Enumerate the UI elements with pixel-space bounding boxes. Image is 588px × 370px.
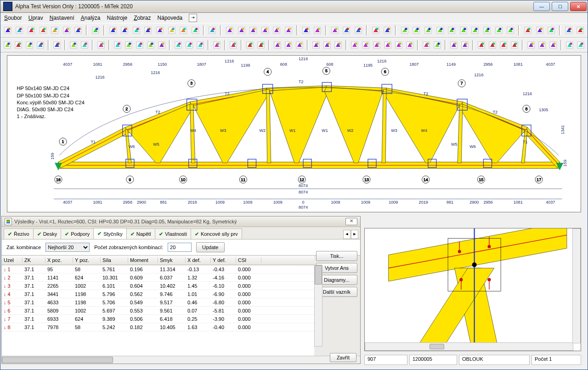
tool-w-e[interactable] xyxy=(394,40,404,51)
tool-purlin-b[interactable] xyxy=(228,40,238,51)
detail-view[interactable] xyxy=(364,228,581,351)
tool-select[interactable] xyxy=(370,25,381,36)
count-input[interactable] xyxy=(168,243,192,252)
menu-nastaveni[interactable]: Nastavení xyxy=(50,15,74,21)
tool-col-j[interactable] xyxy=(505,25,516,36)
detail-hscroll[interactable] xyxy=(365,342,573,351)
tool-rotate[interactable] xyxy=(143,25,154,36)
menu-uprav[interactable]: Uprav xyxy=(28,15,43,21)
close-button[interactable]: ✕ xyxy=(570,2,587,11)
tool-check[interactable] xyxy=(575,25,586,36)
tool-member[interactable] xyxy=(90,25,101,36)
tab-styčníky[interactable]: ✔Styčníky xyxy=(93,228,127,239)
tool-copy[interactable] xyxy=(312,25,323,36)
tool-web-a[interactable] xyxy=(272,40,283,51)
tool-grid-b[interactable] xyxy=(119,25,130,36)
col-x poz.[interactable]: X poz. xyxy=(45,257,73,263)
tool-zoom[interactable] xyxy=(522,25,533,36)
tool-r-b[interactable] xyxy=(184,40,194,51)
tool-tri-c[interactable] xyxy=(124,40,134,51)
maximize-button[interactable]: ☐ xyxy=(552,2,568,11)
table-row[interactable]: ↓ 537.1463311985.7060.5499.5170.46-6.800… xyxy=(2,298,314,307)
tool-print[interactable] xyxy=(207,25,218,36)
tool-grid-a[interactable] xyxy=(107,25,119,36)
tool-col-b[interactable] xyxy=(411,25,422,36)
tool-w-b[interactable] xyxy=(361,40,371,51)
tool-w-d[interactable] xyxy=(383,40,393,51)
tool-w-c[interactable] xyxy=(372,40,382,51)
tool-new[interactable] xyxy=(2,25,13,36)
menu-zobraz[interactable]: Zobraz xyxy=(134,15,151,21)
tool-dim-b[interactable] xyxy=(236,25,247,36)
tool-hatch[interactable] xyxy=(79,40,90,51)
col-y def.[interactable]: Y def. xyxy=(211,257,236,263)
tool-save-all[interactable] xyxy=(38,25,49,36)
tool-col-i[interactable] xyxy=(493,25,504,36)
col-uzel[interactable]: Uzel xyxy=(2,257,23,263)
tool-print-set[interactable] xyxy=(178,25,189,36)
truss-canvas[interactable]: 1 2 3 4 5 6 7 8 16 9 10 11 12 13 xyxy=(7,55,581,212)
tab-řezivo[interactable]: ✔Řezivo xyxy=(4,228,34,239)
tool-w-f[interactable] xyxy=(405,40,415,51)
tool-disk-x[interactable] xyxy=(73,25,84,36)
tool-col-e[interactable] xyxy=(446,25,457,36)
tool-r-a[interactable] xyxy=(173,40,183,51)
col-x def.[interactable]: X def. xyxy=(186,257,211,263)
tool-dim-d[interactable] xyxy=(260,25,271,36)
table-row[interactable]: ↓ 837.17978585.2420.18210.4051.63-0.400.… xyxy=(2,323,314,331)
table-row[interactable]: ↓ 637.1580910025.6970.5539.5610.07-5.810… xyxy=(2,307,314,315)
update-button[interactable]: Update xyxy=(196,242,224,252)
tool-stamp[interactable] xyxy=(563,25,574,36)
menu-nastroje[interactable]: Nástroje xyxy=(107,15,127,21)
combo-select[interactable]: Nejhorší 20 xyxy=(45,243,90,252)
tool-col-h[interactable] xyxy=(481,25,492,36)
tool-web-c[interactable] xyxy=(294,40,305,51)
tool-web-b[interactable] xyxy=(283,40,294,51)
menu-analyza[interactable]: Analýza xyxy=(81,15,101,21)
tool-box-c[interactable] xyxy=(498,40,509,51)
tool-box-a[interactable] xyxy=(476,40,486,51)
tab-podpory[interactable]: ✔Podpory xyxy=(61,228,94,239)
vscroll[interactable] xyxy=(314,265,322,347)
tool-w-a[interactable] xyxy=(350,40,360,51)
tool-plate[interactable] xyxy=(166,25,177,36)
tool-h-a[interactable] xyxy=(526,40,536,51)
results-grid[interactable]: UzelZKX poz.Y poz.SílaMomentSmykX def.Y … xyxy=(2,256,314,356)
table-row[interactable]: ↓ 437.1344111985.7960.5629.7461.01-6.900… xyxy=(2,290,314,298)
menu-napoveda[interactable]: Nápoveda xyxy=(158,15,183,21)
tool-wand[interactable] xyxy=(432,40,442,51)
tool-col-g[interactable] xyxy=(470,25,481,36)
tool-pen[interactable] xyxy=(13,40,23,51)
tool-page[interactable] xyxy=(190,25,201,36)
tab-desky[interactable]: ✔Desky xyxy=(33,228,62,239)
col-zk[interactable]: ZK xyxy=(23,257,45,263)
detail-vscroll[interactable] xyxy=(572,228,581,343)
tool-slope-b[interactable] xyxy=(256,40,266,51)
table-row[interactable]: ↓ 337.1226510026.1010.60410.4021.45-6.10… xyxy=(2,282,314,290)
tool-zoom-in[interactable] xyxy=(534,25,545,36)
table-row[interactable]: ↓ 237.1114162410.3010.6096.0371.32-4.160… xyxy=(2,273,314,282)
tool-dim-f[interactable] xyxy=(283,25,294,36)
tool-dim-a[interactable] xyxy=(224,25,235,36)
tool-pl-c[interactable] xyxy=(333,40,343,51)
tool-r-c[interactable] xyxy=(195,40,205,51)
side-tisk-[interactable]: Tisk... xyxy=(316,251,357,261)
tool-tri-b[interactable] xyxy=(24,40,34,51)
tool-pl-b[interactable] xyxy=(322,40,332,51)
tool-mag-b[interactable] xyxy=(460,40,470,51)
tool-col-a[interactable] xyxy=(399,25,410,36)
menu-soubor[interactable]: SSouboroubor xyxy=(4,15,22,21)
tool-col-f[interactable] xyxy=(458,25,469,36)
tool-h-c[interactable] xyxy=(548,40,558,51)
table-row[interactable]: ↓ 137.195585.7610.19611.314-0.13-0.430.0… xyxy=(2,265,314,273)
tab-vlastnosti[interactable]: ✔Vlastnosti xyxy=(155,228,191,239)
tab-koncové síly prv[interactable]: ✔Koncové síly prv xyxy=(191,228,242,239)
tool-joist-a[interactable] xyxy=(113,40,123,51)
tool-traffic[interactable] xyxy=(49,25,60,36)
tab-napětí[interactable]: ✔Napětí xyxy=(126,228,155,239)
tab-scroll-right[interactable]: ► xyxy=(351,230,358,239)
tool-flip[interactable] xyxy=(131,25,142,36)
tool-pal[interactable] xyxy=(52,40,62,51)
tool-pan[interactable] xyxy=(382,25,393,36)
col-smyk[interactable]: Smyk xyxy=(158,257,186,263)
